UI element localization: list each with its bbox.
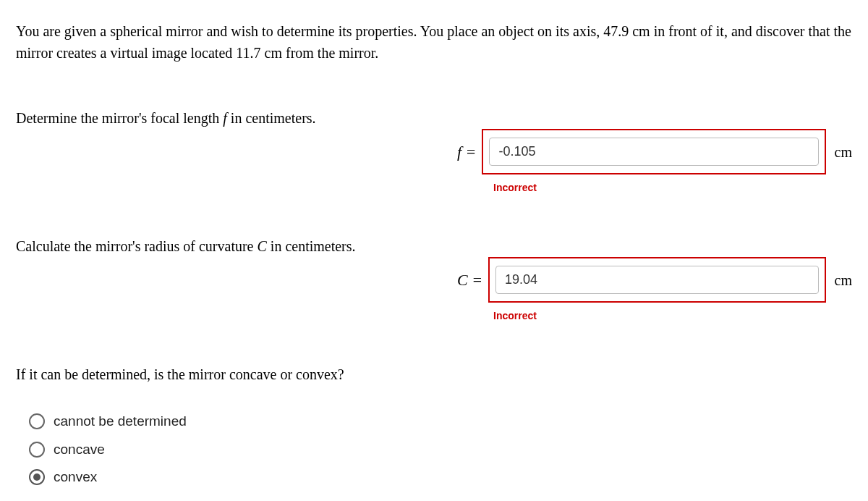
q1-prompt-pre: Determine the mirror's focal length <box>16 110 223 126</box>
q2-input[interactable] <box>495 266 819 294</box>
question-2-row: Calculate the mirror's radius of curvatu… <box>16 235 852 324</box>
q2-prompt-pre: Calculate the mirror's radius of curvatu… <box>16 238 257 254</box>
q2-input-wrap <box>488 257 826 303</box>
q2-feedback: Incorrect <box>493 308 852 324</box>
q2-prompt-post: in centimeters. <box>267 238 356 254</box>
q1-input[interactable] <box>489 138 818 166</box>
question-1-prompt: Determine the mirror's focal length f in… <box>16 107 450 129</box>
problem-statement: You are given a spherical mirror and wis… <box>16 20 852 64</box>
q2-prompt-var: C <box>257 238 266 254</box>
question-1-row: Determine the mirror's focal length f in… <box>16 107 852 195</box>
radio-label: cannot be determined <box>54 411 187 432</box>
radio-group: cannot be determined concave convex <box>29 411 852 488</box>
q1-feedback: Incorrect <box>493 180 852 195</box>
radio-option-cannot[interactable]: cannot be determined <box>29 411 852 432</box>
radio-icon <box>29 469 45 485</box>
q1-prompt-post: in centimeters. <box>227 110 316 126</box>
q2-unit: cm <box>832 269 852 291</box>
question-2-answer: C = cm Incorrect <box>450 235 852 324</box>
q2-var-label: C = <box>457 268 482 292</box>
radio-option-concave[interactable]: concave <box>29 439 852 460</box>
radio-option-convex[interactable]: convex <box>29 467 852 488</box>
q1-var-label: f = <box>457 140 476 164</box>
q1-unit: cm <box>832 141 852 163</box>
question-1-answer: f = cm Incorrect <box>450 107 852 195</box>
radio-label: concave <box>54 439 105 460</box>
question-3-prompt: If it can be determined, is the mirror c… <box>16 363 852 385</box>
radio-icon <box>29 442 45 458</box>
radio-label: convex <box>54 467 97 488</box>
radio-icon <box>29 413 45 429</box>
q1-input-wrap <box>482 129 825 174</box>
question-2-prompt: Calculate the mirror's radius of curvatu… <box>16 235 450 257</box>
